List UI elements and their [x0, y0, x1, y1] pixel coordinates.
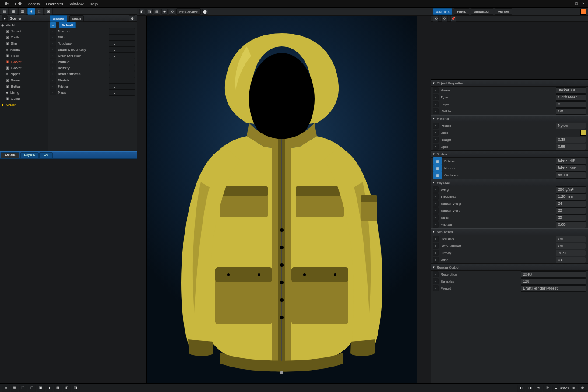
outliner-item[interactable]: ◆Avatar	[0, 102, 48, 108]
menu-character[interactable]: Character	[46, 2, 63, 6]
menu-assets[interactable]: Assets	[28, 2, 40, 6]
viewport-btn[interactable]: ▦	[154, 9, 160, 15]
viewport-btn[interactable]: ◧	[139, 9, 145, 15]
property-row[interactable]: ▫Mass…	[48, 89, 137, 95]
status-tool-icon[interactable]: ▣	[37, 385, 45, 392]
status-tool-icon[interactable]: ◉	[570, 385, 578, 392]
value-field[interactable]: fabric_nrm	[556, 165, 586, 172]
outliner-item[interactable]: ◆Lining	[0, 89, 48, 95]
value-field[interactable]: Draft Render Preset	[521, 285, 586, 292]
property-row[interactable]: ▫Bend Stiffness…	[48, 71, 137, 77]
lower-tab[interactable]: UV	[39, 152, 52, 158]
status-tool-icon[interactable]: ▲	[552, 385, 560, 392]
chevron-down-icon[interactable]: ▾	[433, 230, 435, 234]
tool-icon[interactable]: ▦	[10, 8, 18, 15]
outliner-item[interactable]: ▣Jacket	[0, 28, 48, 34]
collapse-icon[interactable]: ▾	[2, 15, 8, 21]
pin-icon[interactable]: 📌	[450, 16, 456, 22]
gear-icon[interactable]: ⚙	[129, 15, 135, 21]
status-tool-icon[interactable]: ◆	[46, 385, 53, 392]
prop-value[interactable]: …	[109, 89, 135, 96]
property-row[interactable]: ▫Seam & Boundary…	[48, 46, 137, 52]
status-tool-icon[interactable]: ⬚	[19, 385, 27, 392]
prop-value[interactable]: …	[109, 59, 135, 65]
outliner-item[interactable]: ▣Pocket	[0, 59, 48, 65]
prop-value[interactable]: …	[109, 46, 135, 53]
property-row[interactable]: ▫Stitch…	[48, 34, 137, 40]
status-tool-icon[interactable]: ◑	[526, 385, 534, 392]
value-field[interactable]: 35	[556, 214, 586, 221]
outliner-item[interactable]: ▣Button	[0, 83, 48, 89]
property-row[interactable]: ▫Friction…	[48, 83, 137, 89]
viewport-btn[interactable]: ◈	[161, 9, 168, 15]
outliner-item[interactable]: ▣Seam	[0, 77, 48, 83]
value-field[interactable]: On	[556, 243, 586, 249]
property-row[interactable]: ▫Grain Direction…	[48, 52, 137, 59]
value-field[interactable]: fabric_diff	[556, 158, 586, 164]
inspector-tab[interactable]: Simulation	[471, 8, 493, 15]
preset-icon[interactable]: ◈	[50, 22, 56, 28]
chevron-down-icon[interactable]: ▾	[433, 152, 435, 156]
prop-value[interactable]: …	[109, 40, 135, 47]
inspector-tab[interactable]: Garment	[433, 8, 452, 15]
outliner-item[interactable]: ▣Cloth	[0, 34, 48, 40]
status-tool-icon[interactable]: ◐	[517, 385, 525, 392]
menu-edit[interactable]: Edit	[15, 2, 22, 6]
property-row[interactable]: ▫Material…	[48, 28, 137, 34]
property-row[interactable]: ▫Density…	[48, 65, 137, 71]
prop-tab[interactable]: Mesh	[69, 15, 84, 22]
tool-icon[interactable]: ◈	[27, 8, 35, 15]
minimize-button[interactable]: —	[567, 1, 571, 6]
viewport-camera-label[interactable]: Perspective	[176, 8, 201, 15]
property-row[interactable]: ▫Particle…	[48, 59, 137, 65]
accent-swatch[interactable]	[580, 9, 586, 15]
tool-icon[interactable]: ▤	[1, 8, 9, 15]
status-tool-icon[interactable]: ▩	[54, 385, 62, 392]
value-field[interactable]: Jacket_01	[556, 87, 586, 94]
prop-value[interactable]: …	[109, 71, 135, 77]
lower-tab[interactable]: Layers	[20, 152, 38, 158]
viewport-3d[interactable]	[146, 16, 417, 383]
viewport-btn[interactable]: ⬤	[202, 9, 208, 15]
value-field[interactable]: Cloth Mesh	[556, 94, 586, 101]
prop-value[interactable]: …	[109, 77, 135, 84]
value-field[interactable]: 24	[556, 200, 586, 207]
value-field[interactable]: 0.0	[556, 257, 586, 263]
property-row[interactable]: ▫Topology…	[48, 40, 137, 46]
chevron-down-icon[interactable]: ▾	[433, 81, 435, 85]
status-tool-icon[interactable]: ◧	[63, 385, 71, 392]
status-tool-icon[interactable]: ⊕	[578, 385, 586, 392]
viewport-btn[interactable]: ◨	[147, 9, 153, 15]
value-field[interactable]: ao_01	[556, 172, 586, 178]
history-icon[interactable]: ⟳	[441, 16, 448, 22]
inspector-tab[interactable]: Fabric	[454, 8, 469, 15]
chevron-down-icon[interactable]: ▾	[433, 265, 435, 270]
outliner-item[interactable]: ▣Sim	[0, 40, 48, 46]
outliner-item[interactable]: ◆World	[0, 22, 48, 28]
outliner-item[interactable]: ◈Fabric	[0, 46, 48, 52]
outliner-item[interactable]: ▣Hood	[0, 52, 48, 59]
prop-value[interactable]: …	[109, 52, 135, 59]
close-button[interactable]: ×	[582, 1, 584, 6]
preset-chip[interactable]: Default	[59, 22, 76, 28]
value-field[interactable]: 0	[556, 101, 586, 108]
value-field[interactable]: 0.60	[556, 221, 586, 228]
outliner-item[interactable]: ▣Collar	[0, 95, 48, 102]
value-field[interactable]: 280 g/m²	[556, 186, 586, 193]
menu-help[interactable]: Help	[90, 2, 98, 6]
value-field[interactable]: 1.20 mm	[556, 193, 586, 200]
menu-file[interactable]: File	[3, 2, 9, 6]
outliner-item[interactable]: ◈Zipper	[0, 71, 48, 77]
value-field[interactable]: 128	[521, 278, 586, 285]
value-field[interactable]: On	[556, 108, 586, 115]
status-tool-icon[interactable]: ▦	[10, 385, 18, 392]
value-field[interactable]: 22	[556, 207, 586, 214]
status-tool-icon[interactable]: ⟳	[543, 385, 551, 392]
chevron-down-icon[interactable]: ▾	[433, 180, 435, 185]
status-tool-icon[interactable]: 100%	[561, 385, 569, 392]
value-field[interactable]: On	[556, 236, 586, 242]
maximize-button[interactable]: □	[575, 1, 578, 6]
status-tool-icon[interactable]: ◈	[2, 385, 10, 392]
outliner-item[interactable]: ▣Pocket	[0, 65, 48, 71]
menu-window[interactable]: Window	[70, 2, 84, 6]
